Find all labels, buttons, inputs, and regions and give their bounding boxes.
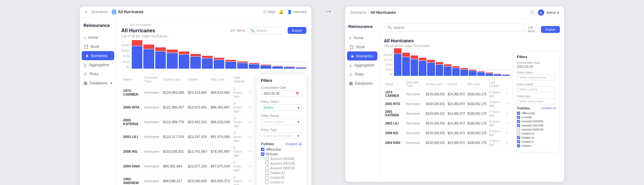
portfolio-item[interactable]: Assured 2005793 <box>265 166 302 170</box>
computation-date-input[interactable]: 2021-02-26 📅 <box>261 90 302 97</box>
right-portfolio-item[interactable]: Assured 2005793 <box>517 128 556 131</box>
right-edit-icon[interactable]: ✏ <box>506 112 509 115</box>
right-policy-stamp-input[interactable]: Select a stamp <box>517 87 556 92</box>
right-sidebar-scenarios[interactable]: ◈ Scenarios <box>347 51 377 61</box>
sidebar-item-book[interactable]: 📋 Book <box>80 42 116 51</box>
right-unselect-all[interactable]: Unselect all <box>541 107 556 110</box>
right-cell-edit[interactable]: ✏ <box>504 109 510 119</box>
table-row: 2004 IVAN Hurricane $90,352,864 $22,677,… <box>121 159 253 174</box>
sidebar-item-databases[interactable]: ▦ Databases ▾ <box>80 78 116 87</box>
right-cell-update: 9 hours ago <box>488 119 504 128</box>
right-sidebar-home[interactable]: ⌂ Home <box>345 33 379 42</box>
user-button[interactable]: 👤 mienard <box>287 10 306 14</box>
portfolio-checkbox[interactable] <box>261 152 264 156</box>
right-portfolio-item[interactable]: Cedant AL <box>517 136 556 139</box>
right-portfolio-checkbox[interactable] <box>517 116 520 119</box>
right-portfolio-checkbox[interactable] <box>517 136 520 139</box>
right-cell-edit[interactable]: ✏ <box>504 99 510 109</box>
back-link[interactable]: ← ← All Hurricanes <box>121 23 168 27</box>
right-edit-icon[interactable]: ✏ <box>506 92 509 96</box>
right-sidebar-databases[interactable]: ▦ Databases <box>345 79 379 88</box>
right-portfolio-checkbox[interactable] <box>517 128 520 131</box>
portfolio-item[interactable]: Cedant AL <box>265 176 302 179</box>
right-edit-icon[interactable]: ✏ <box>506 131 509 135</box>
portfolio-item[interactable]: Cedant AJ <box>265 171 302 175</box>
unselect-all-button[interactable]: Unselect all <box>285 142 302 146</box>
cell-edit[interactable]: ✏ <box>247 144 253 159</box>
portfolio-item[interactable]: Cedant G <box>265 181 302 184</box>
menu-icon[interactable]: ≡ <box>85 9 87 14</box>
right-admin-button[interactable]: Admin ▾ <box>547 11 559 15</box>
sidebar-item-home[interactable]: ⌂ Home <box>80 33 116 42</box>
filter-policy-status: Policy Status Written ▾ <box>261 100 302 111</box>
cell-edit[interactable]: ✏ <box>247 130 253 144</box>
cell-edit[interactable]: ✏ <box>247 159 253 174</box>
right-cell-edit[interactable]: ✏ <box>504 128 510 138</box>
right-portfolio-item[interactable]: Cedant G <box>517 140 556 143</box>
right-cell-edit[interactable]: ✏ <box>504 138 510 148</box>
right-portfolio-checkbox[interactable] <box>517 112 520 115</box>
right-policy-status-input[interactable]: Select a policy status <box>517 75 556 80</box>
right-sidebar-book[interactable]: 📋 Book <box>345 42 379 51</box>
edit-icon[interactable]: ✏ <box>248 179 251 183</box>
cell-edit[interactable]: ✏ <box>247 85 253 100</box>
right-export-button[interactable]: Export <box>541 26 560 33</box>
portfolio-checkbox[interactable] <box>265 166 269 170</box>
edit-icon[interactable]: ✏ <box>248 135 251 139</box>
portfolio-checkbox[interactable] <box>265 171 269 175</box>
right-cell-edit[interactable]: ✏ <box>504 89 510 99</box>
notifications-button[interactable]: 🔔 <box>279 10 284 14</box>
policy-status-input[interactable]: Written ▾ <box>261 104 302 111</box>
right-portfolio-item[interactable]: Cedant I <box>517 144 556 147</box>
edit-icon[interactable]: ✏ <box>248 120 251 124</box>
right-portfolio-checkbox[interactable] <box>517 144 520 147</box>
right-search-box[interactable]: 🔍 <box>384 24 525 31</box>
portfolio-checkbox[interactable] <box>265 157 269 161</box>
portfolio-checkbox[interactable] <box>265 162 269 165</box>
sidebar-item-aggregation[interactable]: △ Aggregation <box>80 60 116 69</box>
sidebar-item-scenarios[interactable]: ◈ Scenarios <box>82 51 114 60</box>
right-computation-date-val[interactable]: 2021-02-24 <box>517 65 556 68</box>
right-portfolio-checkbox[interactable] <box>517 132 520 135</box>
right-sidebar-aggregation[interactable]: △ Aggregation <box>345 61 379 70</box>
portfolio-checkbox[interactable] <box>265 176 269 179</box>
edit-icon[interactable]: ✏ <box>248 164 251 168</box>
right-portfolio-checkbox[interactable] <box>517 140 520 143</box>
portfolio-item[interactable]: Assured 2001545 <box>265 162 302 165</box>
right-portfolio-item[interactable]: AffleuxJojo <box>517 112 556 115</box>
right-edit-icon[interactable]: ✏ <box>506 121 509 125</box>
right-portfolio-checkbox[interactable] <box>517 120 520 123</box>
cell-edit[interactable]: ✏ <box>247 174 253 185</box>
right-cell-edit[interactable]: ✏ <box>504 119 510 128</box>
right-search-input[interactable] <box>394 26 522 29</box>
cell-edit[interactable]: ✏ <box>247 100 253 115</box>
right-policy-type-input[interactable]: Select a policy type <box>517 98 556 104</box>
right-edit-icon[interactable]: ✏ <box>506 102 509 106</box>
edit-icon[interactable]: ✏ <box>248 91 251 94</box>
right-portfolio-item[interactable]: Assured 2000362 <box>517 120 556 123</box>
policy-stamp-input[interactable]: Select a stamp ▾ <box>261 119 302 125</box>
portfolio-item[interactable]: AffleuxJojo <box>261 148 302 151</box>
right-notif-button[interactable]: ● <box>538 9 544 16</box>
edit-icon[interactable]: ✏ <box>248 150 251 153</box>
export-button[interactable]: Export <box>288 27 306 34</box>
portfolio-checkbox[interactable] <box>261 148 264 151</box>
right-portfolio-item[interactable]: Cedant AJ <box>517 132 556 135</box>
cell-edit[interactable]: ✏ <box>247 115 253 130</box>
search-box[interactable]: 🔍 Search <box>248 27 285 34</box>
right-breadcrumb-parent[interactable]: Scenarios <box>350 10 367 15</box>
right-help-button[interactable]: ? <box>529 9 535 16</box>
portfolio-checkbox[interactable] <box>265 181 269 184</box>
right-sidebar-risks[interactable]: ⚠ Risks <box>345 70 379 79</box>
portfolio-item[interactable]: AI Koots <box>261 152 302 156</box>
right-edit-icon[interactable]: ✏ <box>506 141 509 145</box>
help-button[interactable]: ⊙ Help <box>263 10 275 14</box>
right-portfolio-item[interactable]: AI Koots <box>517 116 556 119</box>
edit-icon[interactable]: ✏ <box>248 105 251 109</box>
breadcrumb-parent[interactable]: Scenarios <box>91 10 108 14</box>
sidebar-item-risks[interactable]: ⚠ Risks <box>80 69 116 78</box>
right-portfolio-item[interactable]: Assured 2001545 <box>517 124 556 127</box>
portfolio-item[interactable]: Assured 2000362 <box>265 157 302 161</box>
right-portfolio-checkbox[interactable] <box>517 124 520 127</box>
policy-type-input[interactable]: Select a policy type ▾ <box>261 133 302 139</box>
